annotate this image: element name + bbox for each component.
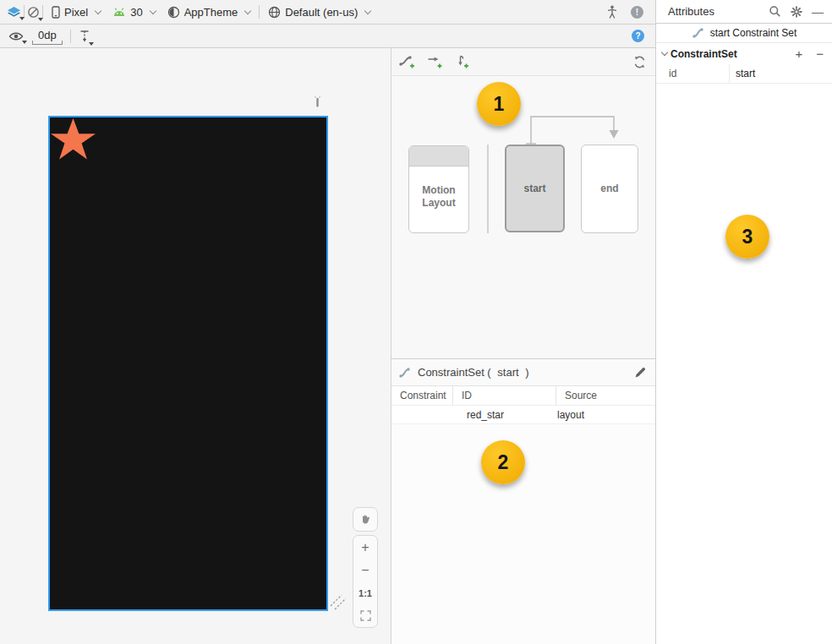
attribute-value-field[interactable]: start	[730, 64, 832, 83]
constraintset-section-header[interactable]: ConstraintSet + −	[656, 43, 832, 64]
motion-editor-panel: Motion Layout start end ConstraintSet ( …	[391, 48, 655, 644]
title-prefix: ConstraintSet (	[418, 366, 491, 379]
annotation-badge-1: 1	[477, 82, 521, 126]
resize-handle[interactable]	[329, 592, 349, 612]
design-toolbar: Pixel 30 AppTheme Default (en-us)	[0, 0, 655, 25]
attributes-title: Attributes	[668, 5, 714, 18]
ruler-icon	[79, 30, 90, 43]
end-state-card[interactable]: end	[581, 145, 638, 233]
help-button[interactable]: ?	[632, 30, 644, 42]
device-selector[interactable]: Pixel	[46, 0, 107, 24]
design-canvas[interactable]: + − 1:1	[0, 48, 391, 644]
toolbar-separator	[70, 30, 71, 43]
red-star-view[interactable]	[51, 118, 96, 161]
constraint-table-header: Constraint ID Source	[391, 386, 655, 406]
title-suffix: )	[525, 366, 528, 379]
start-state-label: start	[523, 183, 545, 195]
attributes-panel-header: Attributes —	[656, 0, 832, 24]
annotation-badge-3: 3	[725, 215, 769, 259]
measure-constraints-button[interactable]	[79, 30, 90, 43]
locale-label: Default (en-us)	[285, 6, 358, 19]
end-state-label: end	[600, 183, 618, 195]
canvas-toolbar: 0dp ?	[0, 25, 655, 48]
chevron-down-icon	[149, 7, 156, 14]
selected-component-row: start Constraint Set	[656, 24, 832, 43]
fit-screen-icon	[360, 610, 371, 621]
motion-layout-label-line2: Layout	[422, 197, 455, 210]
add-transition-button[interactable]	[427, 54, 444, 70]
selected-component-label: start Constraint Set	[710, 27, 797, 39]
layers-icon	[7, 6, 21, 18]
chevron-down-icon	[244, 7, 251, 14]
motion-layout-card[interactable]: Motion Layout	[408, 145, 469, 233]
dropdown-caret-icon	[19, 17, 25, 20]
constraintset-panel-header: ConstraintSet ( start )	[391, 359, 655, 386]
chevron-down-icon	[95, 7, 101, 14]
globe-icon	[268, 6, 281, 19]
zoom-controls: + − 1:1	[353, 535, 378, 628]
pan-button[interactable]	[353, 507, 378, 532]
cycle-layout-icon[interactable]	[632, 55, 647, 69]
cell-id: red_star	[453, 406, 556, 423]
orientation-button[interactable]	[27, 6, 40, 19]
cell-source: layout	[556, 406, 584, 423]
start-state-card[interactable]: start	[505, 145, 565, 232]
no-rotate-icon	[27, 6, 40, 19]
chevron-down-icon	[364, 7, 371, 14]
device-label: Pixel	[64, 6, 88, 19]
zoom-to-fit-button[interactable]	[353, 604, 377, 627]
title-state: start	[497, 366, 518, 379]
constraintset-panel-title: ConstraintSet ( start )	[418, 366, 529, 379]
device-screen[interactable]	[48, 116, 328, 611]
gear-icon[interactable]	[791, 6, 802, 18]
issue-badge[interactable]: !	[631, 6, 643, 19]
attribute-row: id start	[656, 64, 832, 84]
toolbar-separator	[259, 5, 260, 19]
design-surface-button[interactable]	[7, 6, 21, 18]
attributes-panel: Attributes — start Constraint Set	[655, 0, 832, 644]
motion-layout-label-line1: Motion	[422, 184, 455, 197]
theme-icon	[167, 6, 180, 19]
android-icon	[112, 7, 126, 17]
remove-attribute-button[interactable]: −	[816, 46, 824, 61]
edit-pencil-icon[interactable]	[633, 366, 647, 379]
table-row[interactable]: red_star layout	[391, 406, 655, 424]
hide-panel-button[interactable]: —	[812, 8, 824, 16]
phone-icon	[52, 6, 60, 19]
annotation-badge-2: 2	[481, 440, 525, 484]
motion-state-graph: Motion Layout start end	[391, 77, 655, 358]
motion-editor-toolbar	[391, 48, 655, 76]
column-id[interactable]: ID	[453, 386, 556, 405]
add-attribute-button[interactable]: +	[795, 46, 802, 61]
hand-icon	[359, 513, 372, 526]
zoom-out-button[interactable]: −	[353, 559, 377, 581]
api-level-label: 30	[130, 6, 142, 19]
add-click-handler-button[interactable]	[455, 54, 470, 70]
theme-label: AppTheme	[184, 6, 238, 19]
default-margin-control[interactable]: 0dp	[32, 28, 63, 45]
add-constraintset-button[interactable]	[398, 54, 416, 70]
zoom-in-button[interactable]: +	[353, 536, 377, 559]
section-title: ConstraintSet	[671, 48, 737, 60]
theme-selector[interactable]: AppTheme	[161, 0, 257, 24]
api-level-selector[interactable]: 30	[107, 0, 161, 24]
search-icon[interactable]	[769, 5, 781, 18]
motion-layout-card-header	[409, 146, 468, 166]
constraintset-panel: ConstraintSet ( start ) Constraint ID So…	[391, 358, 655, 644]
state-divider	[487, 145, 489, 233]
cell-constraint	[391, 406, 453, 423]
zoom-ratio-button[interactable]: 1:1	[353, 581, 377, 604]
column-constraint[interactable]: Constraint	[391, 386, 453, 405]
constraintset-icon	[692, 26, 705, 40]
dropdown-caret-icon	[89, 42, 94, 46]
view-options-button[interactable]	[8, 31, 24, 41]
dropdown-caret-icon	[22, 41, 27, 44]
accessibility-icon[interactable]	[607, 5, 617, 19]
constraintset-icon	[398, 366, 412, 379]
dropdown-caret-icon	[38, 18, 43, 21]
column-source[interactable]: Source	[556, 386, 605, 405]
chevron-down-icon	[661, 49, 668, 56]
locale-selector[interactable]: Default (en-us)	[262, 0, 376, 24]
attribute-name: id	[656, 64, 730, 83]
wrench-icon[interactable]	[313, 94, 322, 108]
